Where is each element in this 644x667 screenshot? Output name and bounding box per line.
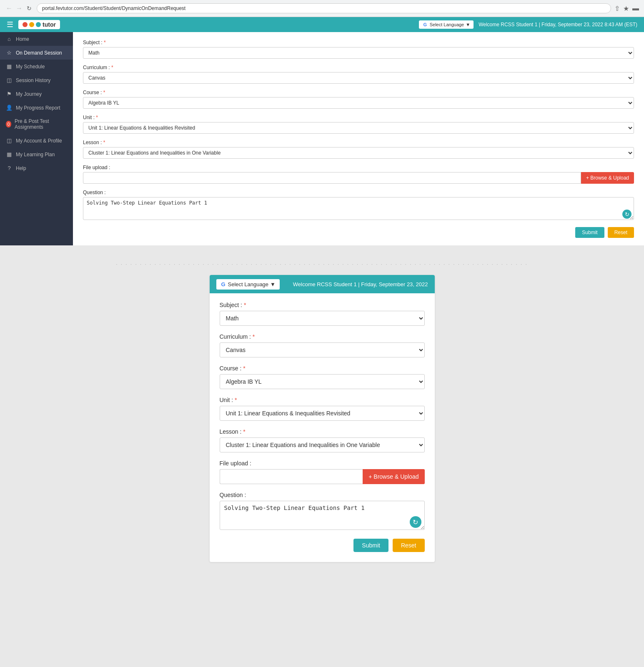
zoomed-course-select[interactable]: Algebra IB YL Algebra I	[220, 374, 425, 389]
zoomed-subject-select[interactable]: Math Science	[220, 311, 425, 326]
sidebar-item-help[interactable]: ? Help	[0, 161, 73, 175]
zoomed-browse-button[interactable]: + Browse & Upload	[363, 469, 424, 484]
sidebar-item-learning[interactable]: ▦ My Learning Plan	[0, 147, 73, 161]
zoomed-subject-required: *	[244, 302, 246, 308]
top-bar: ☰ tutor G Select Language ▼ Welcome RCSS…	[0, 17, 644, 32]
reset-button[interactable]: Reset	[608, 227, 634, 238]
zoomed-curriculum-select[interactable]: Canvas Common Core	[220, 342, 425, 357]
sidebar-item-prepost[interactable]: 0 Pre & Post Test Assignments	[0, 115, 73, 134]
zoomed-google-icon: G	[221, 281, 226, 287]
zoomed-question-group: Question : Solving Two-Step Linear Equat…	[220, 492, 425, 531]
question-area: Solving Two-Step Linear Equations Part 1…	[83, 197, 634, 221]
zoomed-reset-button[interactable]: Reset	[393, 539, 425, 552]
subject-required: *	[104, 40, 106, 45]
sidebar-schedule-label: My Schedule	[16, 64, 45, 70]
curriculum-select[interactable]: Canvas Common Core	[83, 72, 634, 84]
welcome-text: Welcome RCSS Student 1 | Friday, Septemb…	[479, 22, 637, 27]
bookmark-icon[interactable]: ★	[623, 5, 629, 12]
zoomed-unit-label: Unit : *	[220, 397, 425, 403]
select-language-button[interactable]: G Select Language ▼	[419, 20, 474, 29]
question-textarea[interactable]: Solving Two-Step Linear Equations Part 1	[83, 197, 634, 220]
zoomed-question-textarea[interactable]: Solving Two-Step Linear Equations Part 1	[220, 501, 425, 530]
submit-button[interactable]: Submit	[575, 227, 604, 238]
progress-icon: 👤	[6, 105, 13, 111]
sidebar-item-account[interactable]: ◫ My Account & Profile	[0, 134, 73, 147]
subject-select[interactable]: Math Science English	[83, 47, 634, 59]
zoomed-section: G Select Language ▼ Welcome RCSS Student…	[210, 275, 435, 562]
lesson-group: Lesson : * Cluster 1: Linear Equations a…	[83, 140, 634, 159]
unit-group: Unit : * Unit 1: Linear Equations & Ineq…	[83, 115, 634, 134]
back-button[interactable]: ←	[5, 4, 13, 12]
file-upload-row: + Browse & Upload	[83, 172, 634, 184]
sidebar-account-label: My Account & Profile	[16, 138, 62, 144]
zoomed-file-upload-label: File upload :	[220, 460, 425, 467]
forward-button[interactable]: →	[15, 4, 23, 12]
logo-area: tutor	[18, 20, 60, 29]
top-bar-right: G Select Language ▼ Welcome RCSS Student…	[419, 20, 637, 29]
sidebar-history-label: Session History	[16, 77, 50, 83]
share-icon[interactable]: ⇧	[614, 5, 620, 12]
zoomed-lesson-label: Lesson : *	[220, 428, 425, 435]
home-icon: ⌂	[6, 36, 13, 42]
main-layout: ⌂ Home ☆ On Demand Session ▦ My Schedule…	[0, 32, 644, 245]
dropdown-arrow-icon: ▼	[466, 22, 470, 27]
browse-upload-button[interactable]: + Browse & Upload	[581, 172, 634, 184]
sidebar-learning-label: My Learning Plan	[16, 152, 55, 157]
zoomed-lesson-select[interactable]: Cluster 1: Linear Equations and Inequali…	[220, 437, 425, 452]
zoomed-unit-group: Unit : * Unit 1: Linear Equations & Ineq…	[220, 397, 425, 421]
sidebar-prepost-label: Pre & Post Test Assignments	[15, 118, 67, 130]
sidebar-item-history[interactable]: ◫ Session History	[0, 73, 73, 87]
refresh-button[interactable]: ↻	[25, 4, 33, 12]
zoomed-file-upload-group: File upload : + Browse & Upload	[220, 460, 425, 484]
sidebar-help-label: Help	[16, 165, 26, 171]
question-refresh-button[interactable]: ↻	[622, 210, 631, 219]
zoomed-question-label: Question :	[220, 492, 425, 498]
zoomed-select-language-button[interactable]: G Select Language ▼	[216, 279, 280, 290]
course-label: Course : *	[83, 90, 634, 95]
address-bar[interactable]: portal.fevtutor.com/Student/Student/Dyna…	[37, 3, 611, 13]
logo-dot-teal	[36, 22, 41, 27]
hamburger-menu[interactable]: ☰	[7, 20, 13, 29]
subject-label: Subject : *	[83, 40, 634, 45]
file-upload-label: File upload :	[83, 165, 634, 170]
zoomed-language-label: Select Language	[228, 281, 269, 287]
zoomed-dropdown-icon: ▼	[270, 281, 276, 287]
sidebar-progress-label: My Progress Report	[16, 105, 60, 111]
file-input[interactable]	[83, 172, 581, 184]
zoomed-actions: Submit Reset	[220, 539, 425, 552]
sidebar: ⌂ Home ☆ On Demand Session ▦ My Schedule…	[0, 32, 73, 245]
zoomed-course-required: *	[243, 365, 245, 372]
zoomed-subject-group: Subject : * Math Science	[220, 302, 425, 326]
sidebar-item-progress[interactable]: 👤 My Progress Report	[0, 101, 73, 115]
zoomed-file-input[interactable]	[220, 469, 363, 484]
extensions-icon[interactable]: ▬	[632, 5, 639, 12]
zoomed-submit-button[interactable]: Submit	[353, 539, 388, 552]
sidebar-item-home[interactable]: ⌂ Home	[0, 32, 73, 46]
sidebar-item-on-demand[interactable]: ☆ On Demand Session	[0, 46, 73, 60]
zoomed-content: Subject : * Math Science Curriculum : * …	[210, 293, 435, 562]
browser-actions: ⇧ ★ ▬	[614, 5, 639, 12]
zoomed-lesson-group: Lesson : * Cluster 1: Linear Equations a…	[220, 428, 425, 452]
browser-chrome: ← → ↻ portal.fevtutor.com/Student/Studen…	[0, 0, 644, 17]
logo-text: tutor	[43, 21, 56, 28]
dotted-divider: · · · · · · · · · · · · · · · · · · · · …	[8, 254, 636, 275]
sidebar-item-journey[interactable]: ⚑ My Journey	[0, 87, 73, 101]
lesson-select[interactable]: Cluster 1: Linear Equations and Inequali…	[83, 147, 634, 159]
zoomed-course-group: Course : * Algebra IB YL Algebra I	[220, 365, 425, 389]
sidebar-journey-label: My Journey	[16, 91, 42, 97]
zoomed-unit-select[interactable]: Unit 1: Linear Equations & Inequalities …	[220, 406, 425, 421]
page-wrapper: · · · · · · · · · · · · · · · · · · · · …	[0, 245, 644, 667]
course-select[interactable]: Algebra IB YL Algebra I	[83, 97, 634, 109]
unit-select[interactable]: Unit 1: Linear Equations & Inequalities …	[83, 122, 634, 134]
curriculum-label: Curriculum : *	[83, 65, 634, 70]
zoomed-lesson-required: *	[243, 428, 245, 435]
zoomed-refresh-button[interactable]: ↻	[410, 516, 421, 528]
form-actions: Submit Reset	[83, 227, 634, 238]
google-icon: G	[422, 22, 428, 27]
zoomed-file-row: + Browse & Upload	[220, 469, 425, 484]
zoomed-curriculum-group: Curriculum : * Canvas Common Core	[220, 333, 425, 357]
zoomed-curriculum-required: *	[253, 333, 255, 340]
sidebar-item-schedule[interactable]: ▦ My Schedule	[0, 60, 73, 73]
curriculum-required: *	[111, 65, 113, 70]
journey-icon: ⚑	[6, 91, 13, 97]
